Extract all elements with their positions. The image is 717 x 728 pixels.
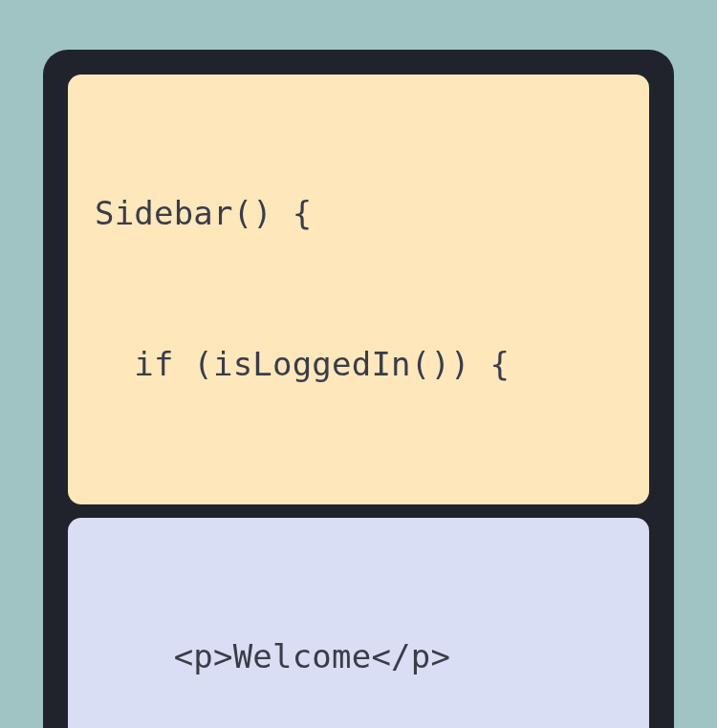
code-block-jsx: <p>Welcome</p> xyxy=(68,518,649,729)
code-line: Sidebar() { xyxy=(95,188,622,239)
code-line: <p>Welcome</p> xyxy=(95,632,622,682)
code-diagram: Sidebar() { if (isLoggedIn()) { <p>Welco… xyxy=(43,50,674,728)
code-block-js: Sidebar() { if (isLoggedIn()) { xyxy=(68,75,649,504)
code-line: if (isLoggedIn()) { xyxy=(95,339,622,390)
